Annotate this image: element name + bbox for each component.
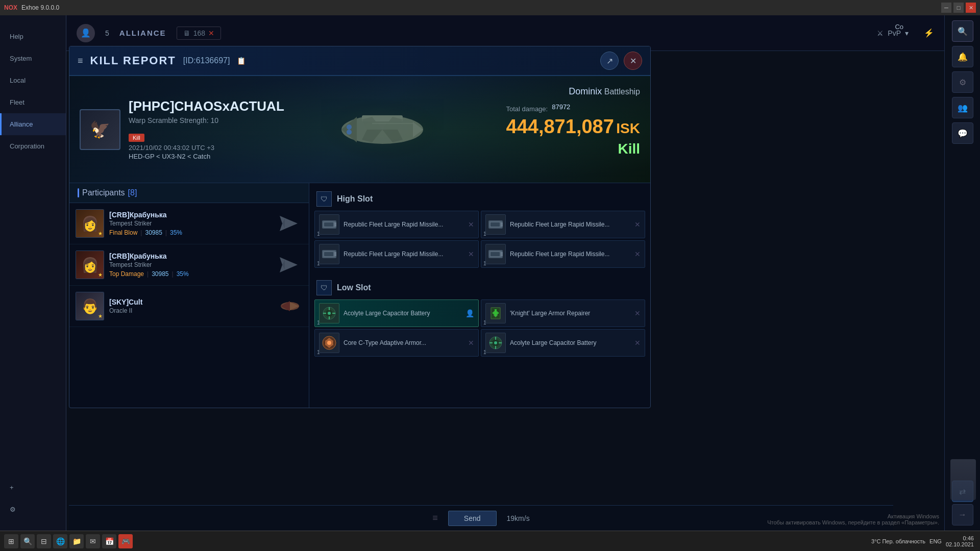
damage-percent: 35% — [177, 270, 189, 278]
item-icon — [485, 244, 506, 264]
item-remove-button[interactable]: ✕ — [468, 250, 474, 258]
participant-name: [SKY]Cult — [109, 298, 267, 306]
pvp-swords-icon: ⚔ — [877, 29, 884, 37]
damage-value: 30985 — [145, 229, 162, 236]
item-remove-button[interactable]: ✕ — [634, 250, 641, 258]
participant-list: 👩 ★ [CRB]Крабунька Tempest Striker Final… — [69, 203, 309, 408]
right-search-button[interactable]: 🔍 — [952, 20, 973, 42]
low-slot-item[interactable]: 1 — [481, 329, 645, 357]
mail-button[interactable]: ✉ — [86, 534, 100, 548]
taskview-button[interactable]: ⊟ — [37, 534, 51, 548]
minimize-button[interactable]: ─ — [941, 3, 951, 13]
high-slot-item[interactable]: 1 Republic Fleet Large Rapid Missile... — [314, 211, 479, 238]
low-slot-item[interactable]: 1 Core C-Type Adaptive Armor... — [314, 329, 479, 357]
item-remove-button[interactable]: ✕ — [468, 220, 474, 229]
sidebar-item-local[interactable]: Local — [0, 69, 66, 91]
right-chat-button[interactable]: 💬 — [952, 122, 973, 144]
right-notifications-button[interactable]: 🔔 — [952, 46, 973, 67]
participant-avatar: 👩 ★ — [76, 251, 104, 279]
sidebar-item-system[interactable]: System — [0, 47, 66, 69]
item-remove-button[interactable]: ✕ — [634, 339, 641, 347]
filter-button[interactable]: ⚡ — [924, 28, 934, 38]
item-name: Republic Fleet Large Rapid Missile... — [344, 220, 464, 229]
watermark-line2: Чтобы активировать Windows, перейдите в … — [767, 519, 939, 525]
maximize-button[interactable]: □ — [953, 3, 964, 13]
game-taskbar-icon[interactable]: 🎮 — [118, 534, 133, 548]
item-name: Acolyte Large Capacitor Battery — [510, 339, 630, 347]
search-button[interactable]: 🔍 — [20, 534, 35, 548]
item-qty: 1 — [483, 261, 486, 266]
header-bar — [78, 188, 79, 197]
high-slot-header: 🛡 High Slot — [314, 187, 645, 211]
sidebar-item-help[interactable]: Help — [0, 26, 66, 47]
item-qty: 1 — [483, 231, 486, 237]
right-settings-button[interactable]: ⚙ — [952, 71, 973, 93]
sidebar-add-button[interactable]: + — [0, 477, 66, 498]
app-title: Exhoe 9.0.0.0 — [21, 4, 59, 11]
kill-type-badge: Kill — [506, 141, 640, 157]
ship-class: Battleship — [604, 87, 640, 96]
item-name: Republic Fleet Large Rapid Missile... — [510, 250, 630, 259]
player-avatar: 👤 — [77, 24, 95, 42]
participant-item[interactable]: 👩 ★ [CRB]Крабунька Tempest Striker Top D… — [69, 244, 309, 286]
svg-rect-21 — [334, 222, 336, 227]
bottom-menu-icon[interactable]: ≡ — [432, 513, 438, 523]
low-slot-item[interactable]: 1 — [314, 299, 479, 327]
participant-item[interactable]: 👩 ★ [CRB]Крабунька Tempest Striker Final… — [69, 203, 309, 244]
sidebar-item-corporation[interactable]: Corporation — [0, 135, 66, 157]
watermark-line1: Активация Windows — [767, 513, 939, 519]
speed-display: 19km/s — [507, 514, 530, 522]
pvp-button[interactable]: ⚔ PvP ▾ — [877, 29, 909, 37]
high-slot-item[interactable]: 1 Republic Fleet Large Rapid Missile... — [481, 240, 645, 268]
item-remove-button[interactable]: ✕ — [634, 220, 641, 229]
app-titlebar: NOX Exhoe 9.0.0.0 ─ □ ✕ — [0, 0, 980, 15]
copy-icon[interactable]: 📋 — [237, 57, 246, 65]
sidebar-item-alliance[interactable]: Alliance — [0, 113, 66, 135]
kill-banner: 🦅 [PHPC]CHAOSxACTUAL Warp Scramble Stren… — [69, 76, 650, 183]
modal-menu-icon[interactable]: ≡ — [78, 56, 83, 66]
participant-info: [CRB]Крабунька Tempest Striker Final Blo… — [109, 211, 267, 236]
item-remove-button[interactable]: ✕ — [634, 309, 641, 317]
ship-image-area — [293, 76, 472, 183]
participant-item[interactable]: 👨 ★ [SKY]Cult Oracle II — [69, 286, 309, 327]
export-button[interactable]: ↗ — [600, 52, 619, 70]
start-button[interactable]: ⊞ — [4, 534, 18, 548]
high-slot-icon: 🛡 — [316, 191, 332, 207]
fittings-panel: 🛡 High Slot 1 — [309, 183, 650, 408]
edge-button[interactable]: 🌐 — [53, 534, 67, 548]
item-remove-button[interactable]: ✕ — [468, 339, 474, 347]
sidebar-bottom: + ⚙ — [0, 477, 66, 531]
damage-value: 30985 — [152, 270, 168, 278]
damage-percent: 35% — [170, 229, 182, 236]
explorer-button[interactable]: 📁 — [69, 534, 84, 548]
svg-marker-18 — [281, 301, 290, 311]
sidebar-item-fleet[interactable]: Fleet — [0, 91, 66, 113]
calendar-button[interactable]: 📅 — [102, 534, 116, 548]
low-slot-item[interactable]: 1 'Knight' Large Armor Repa — [481, 299, 645, 327]
right-arrow-button[interactable]: → — [952, 504, 973, 525]
svg-point-48 — [327, 341, 331, 345]
item-name: Core C-Type Adaptive Armor... — [344, 339, 464, 347]
svg-point-51 — [494, 341, 497, 344]
close-button[interactable]: ✕ — [966, 3, 976, 13]
item-icon — [319, 214, 339, 235]
low-slot-header: 🛡 Low Slot — [314, 276, 645, 299]
game-window: Help System Local Fleet Alliance Corpora… — [0, 15, 980, 531]
close-icon-small[interactable]: ✕ — [208, 29, 214, 37]
item-icon — [485, 214, 506, 235]
date-display: 02.10.2021 — [946, 541, 974, 547]
send-button[interactable]: Send — [448, 511, 497, 526]
modal-title: KILL REPORT — [90, 54, 176, 67]
modal-close-button[interactable]: ✕ — [624, 52, 642, 70]
victim-warp-scramble: Warp Scramble Strength: 10 — [129, 116, 284, 124]
svg-rect-29 — [334, 252, 336, 256]
high-slot-item[interactable]: 1 Republic Fleet Large Rapid Missile... — [481, 211, 645, 238]
screen-count: 168 — [193, 29, 205, 37]
high-slot-item[interactable]: 1 Republic Fleet Large Rapid Missile... — [314, 240, 479, 268]
ship-type: Dominix — [569, 86, 602, 96]
svg-rect-34 — [491, 252, 500, 256]
right-social-button[interactable]: 👥 — [952, 97, 973, 118]
participants-title: Participants — [82, 188, 125, 197]
item-icon — [319, 303, 339, 323]
sidebar-settings-button[interactable]: ⚙ — [0, 498, 66, 520]
